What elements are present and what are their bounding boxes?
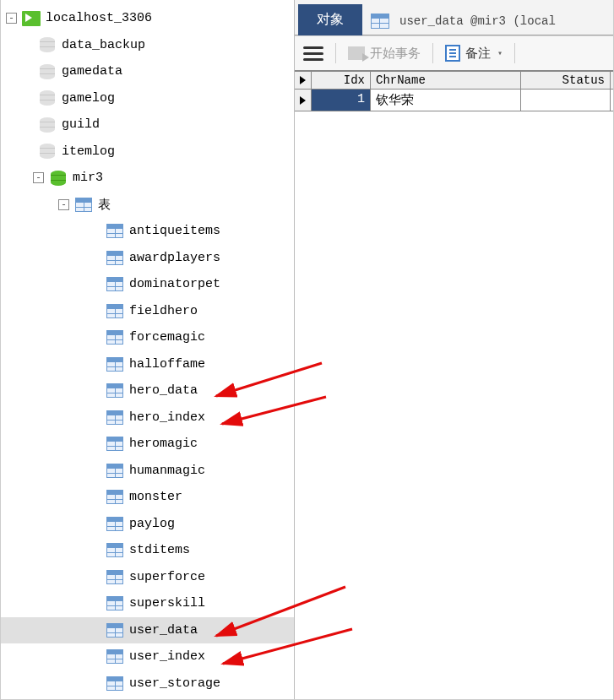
main-panel: 对象 user_data @mir3 (local 开始事务 备注 ▾ [295, 0, 613, 699]
table-label: monster [129, 490, 182, 504]
tree-table[interactable]: hero_data [1, 377, 294, 404]
cell-chrname[interactable]: 钦华荣 [371, 90, 521, 111]
table-label: user_index [129, 649, 205, 664]
table-label: paylog [129, 517, 175, 531]
note-icon [445, 45, 460, 62]
table-label: stditems [129, 543, 190, 557]
table-label: user_storage [129, 676, 220, 691]
toolbar-separator [514, 43, 515, 63]
tab-label: 对象 [317, 13, 344, 28]
column-header-chrname[interactable]: ChrName [371, 72, 521, 89]
table-icon [106, 568, 124, 585]
database-closed-icon [38, 36, 57, 53]
table-icon [106, 329, 124, 346]
table-label: hero_index [129, 410, 205, 425]
tree-table[interactable]: awardplayers [1, 245, 294, 272]
tree-table[interactable]: paylog [1, 511, 294, 538]
table-label: superforce [129, 570, 205, 584]
menu-button[interactable] [303, 46, 323, 61]
table-icon [106, 542, 124, 559]
start-transaction-label: 开始事务 [370, 46, 421, 62]
connection-label: localhost_3306 [46, 11, 152, 25]
tree-db-open[interactable]: - mir3 [1, 165, 294, 192]
tree-db-closed[interactable]: gamelog [1, 85, 294, 112]
tab-objects[interactable]: 对象 [298, 4, 362, 35]
tree-table[interactable]: user_data [1, 617, 294, 644]
table-icon [106, 383, 124, 399]
tree-table[interactable]: dominatorpet [1, 271, 294, 298]
tree-table[interactable]: stditems [1, 537, 294, 564]
collapse-icon[interactable]: - [6, 13, 17, 24]
tab-current-table[interactable]: user_data @mir3 (local [367, 8, 559, 35]
tree-table[interactable]: humanmagic [1, 458, 294, 485]
tables-folder-icon [74, 196, 93, 213]
database-label: guild [62, 117, 100, 132]
table-icon [106, 223, 124, 240]
collapse-icon[interactable]: - [58, 199, 69, 210]
table-icon [106, 595, 124, 612]
transaction-icon [348, 46, 365, 60]
table-label: superskill [129, 596, 205, 610]
data-grid[interactable]: Idx ChrName Status 1 钦华荣 [295, 71, 613, 111]
tree-db-closed[interactable]: itemlog [1, 138, 294, 166]
database-label: gamedata [62, 64, 122, 79]
database-label: data_backup [62, 38, 145, 52]
tree-db-closed[interactable]: data_backup [1, 32, 294, 59]
tree-table[interactable]: forcemagic [1, 324, 294, 351]
database-label: gamelog [62, 91, 115, 106]
tree-table[interactable]: user_storage [1, 670, 294, 697]
database-open-icon [49, 170, 68, 187]
tree-tables-folder[interactable]: - 表 [1, 192, 294, 219]
tree-table[interactable]: halloffame [1, 351, 294, 378]
table-label: humanmagic [129, 464, 205, 478]
tree-table[interactable]: antiqueitems [1, 218, 294, 245]
toolbar: 开始事务 备注 ▾ [295, 35, 613, 71]
grid-row[interactable]: 1 钦华荣 [295, 90, 613, 111]
table-label: forcemagic [129, 330, 205, 345]
tab-bar: 对象 user_data @mir3 (local [295, 0, 613, 35]
tree-db-closed[interactable]: guild [1, 111, 294, 138]
cell-status[interactable] [521, 90, 611, 111]
table-icon [106, 621, 124, 638]
note-label: 备注 [465, 46, 491, 62]
table-label: fieldhero [129, 304, 198, 318]
tree-table[interactable]: monster [1, 484, 294, 511]
grid-empty-area [295, 111, 613, 699]
database-closed-icon [38, 143, 57, 160]
table-icon [106, 648, 124, 665]
column-header-status[interactable]: Status [521, 72, 611, 89]
object-tree[interactable]: - localhost_3306 data_backupgamedatagame… [1, 0, 295, 699]
tree-table[interactable]: hero_index [1, 404, 294, 431]
table-icon [371, 13, 389, 30]
column-header-idx[interactable]: Idx [312, 72, 371, 89]
table-icon [106, 276, 124, 293]
cell-idx[interactable]: 1 [312, 90, 371, 111]
tree-table[interactable]: superforce [1, 564, 294, 591]
tree-connection[interactable]: - localhost_3306 [1, 5, 294, 32]
database-closed-icon [38, 117, 57, 133]
tab-caption: user_data @mir3 (local [399, 14, 556, 28]
table-label: antiqueitems [129, 224, 220, 238]
table-label: awardplayers [129, 251, 220, 265]
tables-folder-label: 表 [98, 197, 111, 213]
table-icon [106, 462, 124, 479]
collapse-icon[interactable]: - [33, 172, 44, 183]
table-icon [106, 302, 124, 319]
table-icon [106, 515, 124, 532]
tree-table[interactable]: superskill [1, 590, 294, 617]
tree-table[interactable]: heromagic [1, 431, 294, 458]
database-label: itemlog [62, 144, 115, 159]
note-button[interactable]: 备注 ▾ [445, 45, 503, 62]
database-closed-icon [38, 90, 57, 106]
tree-db-closed[interactable]: gamedata [1, 58, 294, 85]
table-icon [106, 436, 124, 453]
start-transaction-button[interactable]: 开始事务 [348, 46, 421, 62]
database-closed-icon [38, 63, 57, 80]
connection-icon [22, 10, 41, 27]
tree-table[interactable]: user_index [1, 643, 294, 670]
grid-header: Idx ChrName Status [295, 72, 613, 90]
table-icon [106, 249, 124, 266]
table-label: dominatorpet [129, 277, 220, 291]
tree-table[interactable]: fieldhero [1, 298, 294, 325]
table-label: hero_data [129, 383, 198, 398]
